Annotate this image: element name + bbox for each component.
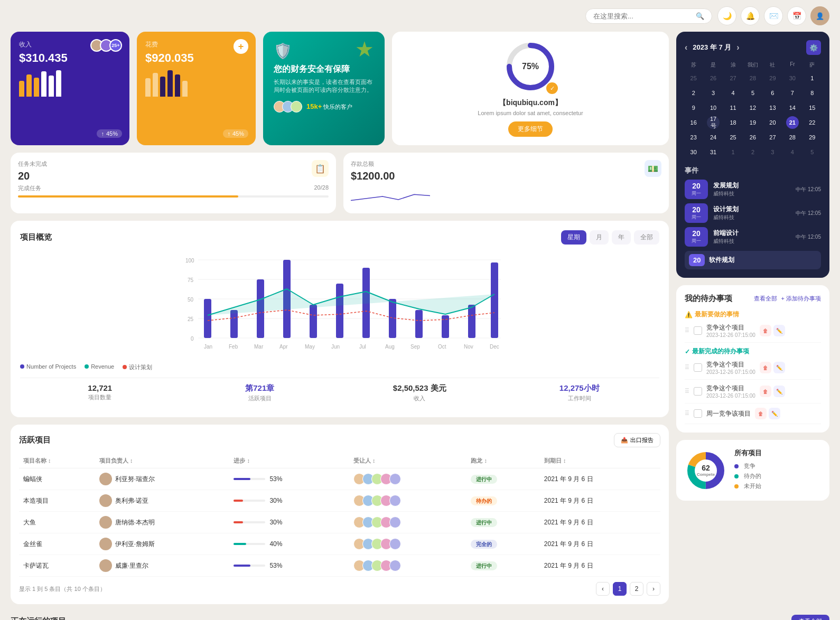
view-all-link[interactable]: 查看全部 <box>754 295 777 303</box>
todo-delete-3[interactable]: 🗑 <box>760 386 771 397</box>
cal-day-3[interactable]: 3 <box>707 87 720 99</box>
cal-day-9[interactable]: 9 <box>687 101 700 114</box>
cell-name: 金丝雀 <box>19 533 95 555</box>
drag-handle-2[interactable]: ⠿ <box>685 364 689 371</box>
drag-handle-4[interactable]: ⠿ <box>685 410 689 417</box>
todo-checkbox-2[interactable] <box>694 363 702 372</box>
cal-day-next-1[interactable]: 1 <box>727 146 740 158</box>
cal-day-prev-27[interactable]: 27 <box>727 72 740 84</box>
cell-name: 大鱼 <box>19 512 95 533</box>
cal-day-prev-30[interactable]: 30 <box>786 72 799 84</box>
cal-day-7[interactable]: 7 <box>786 87 799 99</box>
ebar-3 <box>160 77 165 97</box>
next-page-button[interactable]: › <box>647 582 660 596</box>
tab-all[interactable]: 全部 <box>634 230 659 245</box>
todo-delete-2[interactable]: 🗑 <box>760 362 771 373</box>
notifications-button[interactable]: 🔔 <box>741 6 760 25</box>
svg-text:25: 25 <box>188 316 194 322</box>
cell-progress: 30% <box>229 490 349 512</box>
dark-mode-button[interactable]: 🌙 <box>717 6 736 25</box>
progress-fill <box>234 543 246 545</box>
todo-checkbox-4[interactable] <box>694 409 702 418</box>
page-2-button[interactable]: 2 <box>630 582 643 596</box>
cal-day-25[interactable]: 25 <box>727 131 740 144</box>
export-button[interactable]: 📤 出口报告 <box>614 433 660 447</box>
view-all-button[interactable]: 查看全部 <box>791 615 829 620</box>
cal-day-2[interactable]: 2 <box>687 87 700 99</box>
status-badge: 进行中 <box>471 561 497 570</box>
cal-day-prev-26[interactable]: 26 <box>707 72 720 84</box>
page-1-button[interactable]: 1 <box>613 582 627 596</box>
cal-day-30[interactable]: 30 <box>687 146 700 158</box>
add-todo-button[interactable]: + 添加待办事项 <box>781 295 821 303</box>
prev-page-button[interactable]: ‹ <box>596 582 610 596</box>
cal-day-21[interactable]: 21 <box>786 116 799 129</box>
project-chart: 100 75 50 25 0 <box>20 252 659 358</box>
search-input[interactable] <box>593 12 692 20</box>
cal-day-24[interactable]: 24 <box>707 131 720 144</box>
drag-handle-1[interactable]: ⠿ <box>685 327 689 334</box>
cell-status: 待办的 <box>466 490 539 512</box>
todo-delete-4[interactable]: 🗑 <box>755 408 767 419</box>
cal-day-prev-25[interactable]: 25 <box>687 72 700 84</box>
cal-day-5[interactable]: 5 <box>746 87 759 99</box>
tab-month[interactable]: 月 <box>590 230 609 245</box>
svg-text:Jul: Jul <box>359 344 366 350</box>
cal-day-12[interactable]: 12 <box>746 101 759 114</box>
running-projects-title: 正在运行的项目 <box>11 616 66 620</box>
cal-day-8[interactable]: 8 <box>806 87 818 99</box>
cal-day-11[interactable]: 11 <box>727 101 740 114</box>
cal-day-10[interactable]: 10 <box>707 101 720 114</box>
expense-add-button[interactable]: + <box>234 39 248 54</box>
todo-edit-2[interactable]: ✏️ <box>773 362 785 373</box>
drag-handle-3[interactable]: ⠿ <box>685 388 689 395</box>
cal-day-1[interactable]: 1 <box>806 72 818 84</box>
mail-button[interactable]: ✉️ <box>764 6 783 25</box>
cal-day-14[interactable]: 14 <box>786 101 799 114</box>
calendar-settings-button[interactable]: ⚙️ <box>806 40 821 55</box>
svg-rect-20 <box>415 310 423 338</box>
prev-month-button[interactable]: ‹ <box>685 43 687 52</box>
todo-edit-4[interactable]: ✏️ <box>769 408 780 419</box>
cal-day-23[interactable]: 23 <box>687 131 700 144</box>
todo-checkbox-1[interactable] <box>694 326 702 335</box>
user-avatar[interactable]: 👤 <box>810 6 829 25</box>
finance-desc: 长期以来的事实是，读者在查看页面布局时会被页面的可读内容分散注意力。 <box>274 78 374 95</box>
cal-day-next-3[interactable]: 3 <box>766 146 779 158</box>
cal-day-26[interactable]: 26 <box>746 131 759 144</box>
cal-day-13[interactable]: 13 <box>766 101 779 114</box>
cal-header-th: 社 <box>764 60 781 70</box>
cal-day-prev-28[interactable]: 28 <box>746 72 759 84</box>
cal-day-prev-29[interactable]: 29 <box>766 72 779 84</box>
cal-day-28[interactable]: 28 <box>786 131 799 144</box>
cal-day-31[interactable]: 31 <box>707 146 720 158</box>
cal-day-22[interactable]: 22 <box>806 116 818 129</box>
cal-day-29[interactable]: 29 <box>806 131 818 144</box>
cal-day-17[interactable]: 17号 <box>707 116 720 129</box>
tab-week[interactable]: 星期 <box>561 230 586 245</box>
cal-day-4[interactable]: 4 <box>727 87 740 99</box>
more-details-button[interactable]: 更多细节 <box>508 121 553 137</box>
calendar-button[interactable]: 📅 <box>787 6 806 25</box>
cal-day-20[interactable]: 20 <box>766 116 779 129</box>
cal-day-next-2[interactable]: 2 <box>746 146 759 158</box>
cal-day-6[interactable]: 6 <box>766 87 779 99</box>
avatar-badge: 25+ <box>109 39 122 52</box>
tab-year[interactable]: 年 <box>612 230 631 245</box>
todo-edit-3[interactable]: ✏️ <box>773 386 785 397</box>
cal-day-16[interactable]: 16 <box>687 116 700 129</box>
search-box[interactable]: 🔍 <box>585 8 712 24</box>
next-month-button[interactable]: › <box>736 43 739 52</box>
page-buttons: ‹ 1 2 › <box>596 582 660 596</box>
cal-day-18[interactable]: 18 <box>727 116 740 129</box>
todo-edit-1[interactable]: ✏️ <box>773 325 785 336</box>
cal-day-next-4[interactable]: 4 <box>786 146 799 158</box>
todo-delete-1[interactable]: 🗑 <box>760 325 771 336</box>
bar-2 <box>26 74 32 97</box>
progress-fill <box>234 500 243 502</box>
cal-day-15[interactable]: 15 <box>806 101 818 114</box>
cal-day-27[interactable]: 27 <box>766 131 779 144</box>
cal-day-next-5[interactable]: 5 <box>806 146 818 158</box>
cal-day-19[interactable]: 19 <box>746 116 759 129</box>
todo-checkbox-3[interactable] <box>694 387 702 396</box>
